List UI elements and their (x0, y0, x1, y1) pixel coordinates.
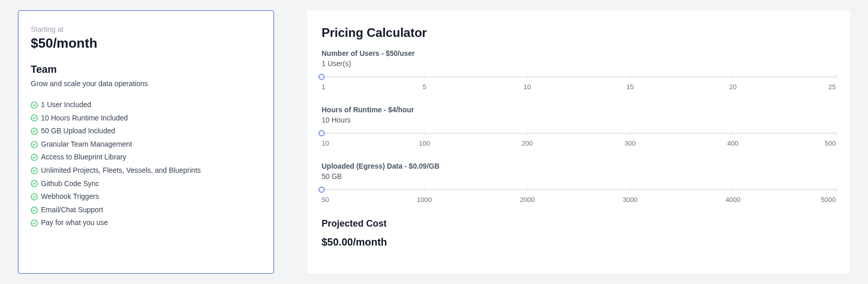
slider-mark-label: 2000 (520, 196, 535, 204)
slider-mark-label: 4000 (726, 196, 740, 204)
feature-label: 50 GB Upload Included (41, 126, 115, 136)
check-circle-icon (31, 193, 38, 200)
data-slider-label: Uploaded (Egress) Data - $0.09/GB (322, 162, 836, 170)
slider-mark-label: 400 (727, 139, 738, 147)
check-circle-icon (31, 180, 38, 187)
slider-tick (423, 189, 426, 191)
check-circle-icon (31, 207, 38, 214)
plan-name: Team (31, 64, 261, 75)
feature-label: Webhook Triggers (41, 192, 99, 202)
feature-item: Unlimited Projects, Fleets, Vessels, and… (31, 166, 261, 176)
users-slider-label: Number of Users - $50/user (322, 49, 836, 57)
projected-cost-value: $50.00/month (322, 236, 836, 248)
check-circle-icon (31, 141, 38, 148)
starting-at-label: Starting at (31, 25, 261, 33)
slider-mark-label: 10 (322, 139, 329, 147)
check-circle-icon (31, 128, 38, 135)
feature-item: Granular Team Management (31, 139, 261, 150)
runtime-slider-marks: 10100200300400500 (322, 139, 836, 148)
feature-item: Pay for what you use (31, 218, 261, 228)
slider-tick (629, 132, 631, 135)
slider-tick (526, 132, 528, 135)
data-slider-marks: 5010002000300040005000 (322, 196, 836, 204)
check-circle-icon (31, 219, 38, 227)
users-slider-value: 1 User(s) (322, 59, 836, 68)
check-circle-icon (31, 102, 38, 109)
slider-mark-label: 300 (625, 139, 636, 147)
plan-description: Grow and scale your data operations (31, 79, 261, 88)
feature-item: Github Code Sync (31, 179, 261, 189)
slider-mark-label: 100 (419, 139, 430, 147)
feature-label: 10 Hours Runtime Included (41, 113, 128, 124)
users-slider-thumb[interactable] (319, 74, 325, 80)
slider-tick (423, 76, 426, 78)
feature-item: Webhook Triggers (31, 192, 261, 202)
runtime-slider-value: 10 Hours (322, 116, 836, 124)
slider-tick (629, 76, 631, 78)
slider-tick (835, 189, 837, 191)
data-slider-value: 50 GB (322, 172, 836, 180)
feature-item: 1 User Included (31, 100, 261, 110)
data-slider-group: Uploaded (Egress) Data - $0.09/GB 50 GB … (322, 162, 836, 204)
projected-cost-label: Projected Cost (322, 218, 836, 229)
slider-line (322, 189, 836, 190)
slider-mark-label: 5000 (821, 196, 836, 204)
slider-tick (732, 132, 734, 135)
slider-tick (732, 76, 734, 78)
runtime-slider-track[interactable] (322, 130, 836, 136)
feature-item: Access to Blueprint Library (31, 152, 261, 163)
users-slider-track[interactable] (322, 74, 836, 80)
slider-mark-label: 500 (824, 139, 836, 147)
feature-label: Access to Blueprint Library (41, 152, 126, 163)
plan-price: $50/month (31, 35, 261, 51)
check-circle-icon (31, 114, 38, 121)
slider-mark-label: 5 (422, 83, 426, 91)
slider-tick (629, 189, 631, 191)
slider-line (322, 76, 836, 77)
feature-item: 50 GB Upload Included (31, 126, 261, 136)
slider-line (322, 133, 836, 134)
plan-card: Starting at $50/month Team Grow and scal… (18, 10, 274, 274)
feature-label: Email/Chat Support (41, 205, 103, 215)
feature-label: Granular Team Management (41, 139, 132, 150)
slider-mark-label: 20 (729, 83, 736, 91)
users-slider-marks: 1510152025 (322, 83, 836, 91)
feature-item: Email/Chat Support (31, 205, 261, 215)
slider-tick (526, 189, 528, 191)
pricing-calculator-card: Pricing Calculator Number of Users - $50… (307, 10, 850, 274)
runtime-slider-thumb[interactable] (319, 130, 325, 136)
slider-mark-label: 15 (626, 83, 633, 91)
data-slider-thumb[interactable] (319, 187, 325, 193)
slider-tick (526, 76, 528, 78)
slider-tick (732, 189, 734, 191)
calculator-title: Pricing Calculator (322, 26, 836, 40)
slider-tick (423, 132, 426, 135)
slider-mark-label: 10 (523, 83, 531, 91)
slider-mark-label: 1000 (417, 196, 432, 204)
runtime-slider-group: Hours of Runtime - $4/hour 10 Hours 1010… (322, 106, 836, 148)
feature-label: Github Code Sync (41, 179, 99, 189)
feature-label: Pay for what you use (41, 218, 108, 228)
slider-tick (835, 76, 837, 78)
slider-mark-label: 200 (522, 139, 533, 147)
feature-label: Unlimited Projects, Fleets, Vessels, and… (41, 166, 201, 176)
slider-tick (835, 132, 837, 135)
check-circle-icon (31, 154, 38, 161)
users-slider-group: Number of Users - $50/user 1 User(s) 151… (322, 49, 836, 91)
feature-label: 1 User Included (41, 100, 91, 110)
data-slider-track[interactable] (322, 187, 836, 193)
runtime-slider-label: Hours of Runtime - $4/hour (322, 106, 836, 114)
slider-mark-label: 50 (322, 196, 329, 204)
slider-mark-label: 1 (322, 83, 325, 91)
slider-mark-label: 3000 (623, 196, 638, 204)
feature-list: 1 User Included10 Hours Runtime Included… (31, 100, 261, 228)
slider-mark-label: 25 (829, 83, 836, 91)
feature-item: 10 Hours Runtime Included (31, 113, 261, 124)
check-circle-icon (31, 167, 38, 174)
